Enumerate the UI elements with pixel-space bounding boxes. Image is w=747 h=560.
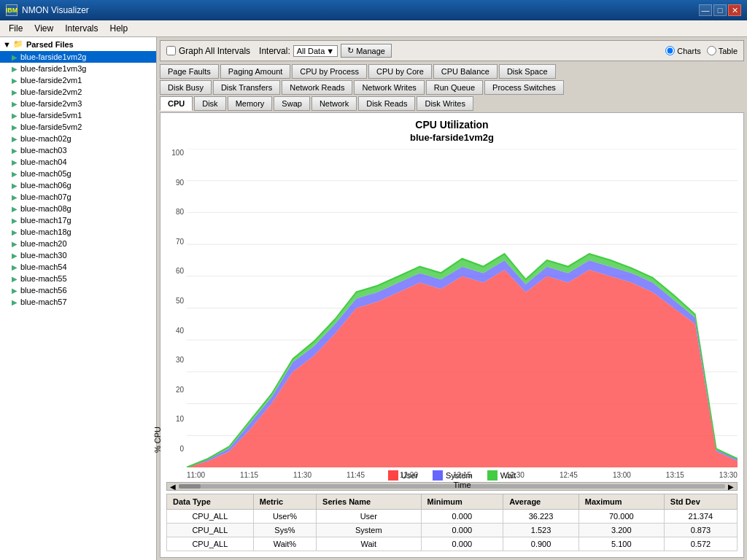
cell-minimum-2: 0.000 [421,537,503,551]
charts-radio-option[interactable]: Charts [665,46,700,55]
sidebar-item-blue-mach03[interactable]: ▶blue-mach03 [0,144,156,156]
sidebar-item-blue-mach07g[interactable]: ▶blue-mach07g [0,191,156,203]
tab-disk-transfers[interactable]: Disk Transfers [213,80,280,95]
tab-network-reads[interactable]: Network Reads [282,80,352,95]
sidebar-item-blue-mach57[interactable]: ▶blue-mach57 [0,296,156,308]
tab-paging-amount[interactable]: Paging Amount [220,64,291,79]
tab-disk-reads[interactable]: Disk Reads [358,96,415,111]
sidebar-item-blue-mach08g[interactable]: ▶blue-mach08g [0,203,156,214]
sidebar-item-blue-mach18g[interactable]: ▶blue-mach18g [0,226,156,238]
tab-disk-space[interactable]: Disk Space [499,64,556,79]
tab-process-switches[interactable]: Process Switches [484,80,564,95]
sidebar-item-blue-farside5vm1[interactable]: ▶blue-farside5vm1 [0,109,156,121]
x-axis-label: Time [187,481,738,489]
tab-disk-writes[interactable]: Disk Writes [417,96,473,111]
cell-series_name-0: User [317,510,421,524]
tab-row-3: CPUDiskMemorySwapNetworkDisk ReadsDisk W… [160,96,744,111]
tab-row-1: Page FaultsPaging AmountCPU by ProcessCP… [160,64,744,79]
sidebar-item-blue-mach04[interactable]: ▶blue-mach04 [0,156,156,168]
table-radio-option[interactable]: Table [707,46,738,55]
menu-help[interactable]: Help [104,22,134,35]
table-label: Table [719,47,738,55]
graph-all-group: Graph All Intervals [166,46,250,56]
graph-all-label: Graph All Intervals [179,46,250,56]
menu-view[interactable]: View [28,22,59,35]
table-radio[interactable] [707,46,716,55]
sidebar-item-blue-mach55[interactable]: ▶blue-mach55 [0,273,156,284]
sidebar-item-blue-mach05g[interactable]: ▶blue-mach05g [0,168,156,179]
sidebar-item-blue-mach30[interactable]: ▶blue-mach30 [0,249,156,261]
menu-file[interactable]: File [3,22,28,35]
chart-container: % CPU 1009080706050403020100 11:0011:151… [166,149,738,467]
interval-select[interactable]: All Data ▼ [293,45,338,57]
minimize-button[interactable]: — [699,4,712,16]
x-tick-12-45: 12:45 [560,471,578,479]
tab-swap[interactable]: Swap [274,96,310,111]
sidebar-item-blue-farside1vm3g[interactable]: ▶blue-farside1vm3g [0,63,156,74]
cell-std_dev-1: 0.873 [664,524,737,537]
tab-disk[interactable]: Disk [194,96,225,111]
content-area: Graph All Intervals Interval: All Data ▼… [157,37,747,560]
sidebar-item-blue-mach54[interactable]: ▶blue-mach54 [0,261,156,273]
sidebar-item-blue-farside2vm3[interactable]: ▶blue-farside2vm3 [0,98,156,109]
tab-cpu-by-process[interactable]: CPU by Process [292,64,367,79]
sidebar-item-blue-mach56[interactable]: ▶blue-mach56 [0,284,156,296]
x-tick-13-30: 13:30 [719,471,738,479]
x-tick-12-15: 12:15 [453,471,471,479]
charts-label: Charts [677,47,700,55]
tab-network[interactable]: Network [311,96,357,111]
tab-memory[interactable]: Memory [228,96,273,111]
sidebar-item-blue-farside2vm2[interactable]: ▶blue-farside2vm2 [0,86,156,98]
maximize-button[interactable]: □ [713,4,727,16]
y-tick-0: 0 [166,445,184,453]
chart-subtitle: blue-farside1vm2g [166,132,738,143]
col-maximum: Maximum [578,494,664,510]
tab-disk-busy[interactable]: Disk Busy [160,80,212,95]
sidebar-item-blue-mach06g[interactable]: ▶blue-mach06g [0,179,156,191]
sidebar-item-blue-farside5vm2[interactable]: ▶blue-farside5vm2 [0,121,156,133]
cell-average-0: 36.223 [503,510,579,524]
app-title: NMON Visualizer [22,5,699,15]
main-container: ▼ 📁 Parsed Files ▶blue-farside1vm2g▶blue… [0,37,747,560]
y-tick-10: 10 [166,415,184,423]
x-tick-12-30: 12:30 [506,471,525,479]
app-icon: IBM [6,4,18,16]
sidebar: ▼ 📁 Parsed Files ▶blue-farside1vm2g▶blue… [0,37,157,560]
interval-group: Interval: All Data ▼ ↻ Manage [259,44,392,58]
close-button[interactable]: ✕ [728,4,741,16]
menu-intervals[interactable]: Intervals [59,22,104,35]
cell-data_type-0: CPU_ALL [167,510,254,524]
x-tick-11-30: 11:30 [293,471,311,479]
cell-series_name-2: Wait [317,537,421,551]
sidebar-item-blue-mach20[interactable]: ▶blue-mach20 [0,238,156,249]
y-tick-20: 20 [166,386,184,394]
y-tick-90: 90 [166,179,184,187]
tab-page-faults[interactable]: Page Faults [160,64,219,79]
y-axis: 1009080706050403020100 [166,149,187,467]
sidebar-item-blue-farside2vm1[interactable]: ▶blue-farside2vm1 [0,74,156,86]
sidebar-item-blue-mach02g[interactable]: ▶blue-mach02g [0,133,156,144]
y-tick-80: 80 [166,208,184,216]
cell-average-2: 0.900 [503,537,579,551]
toolbar: Graph All Intervals Interval: All Data ▼… [160,40,744,61]
y-tick-70: 70 [166,238,184,246]
tab-network-writes[interactable]: Network Writes [354,80,424,95]
charts-radio[interactable] [665,46,675,55]
scrollbar-left[interactable]: ◀ [170,483,176,491]
cell-std_dev-2: 0.572 [664,537,737,551]
manage-button[interactable]: ↻ Manage [341,44,392,58]
chart-title: CPU Utilization [166,119,738,131]
sidebar-item-blue-farside1vm2g[interactable]: ▶blue-farside1vm2g [0,51,156,63]
y-axis-label: % CPU [153,427,162,453]
table-row-1: CPU_ALLSys%System0.0001.5233.2000.873 [167,524,738,537]
tab-run-queue[interactable]: Run Queue [426,80,483,95]
window-controls: — □ ✕ [699,4,741,16]
tab-cpu-by-core[interactable]: CPU by Core [368,64,432,79]
table-row-0: CPU_ALLUser%User0.00036.22370.00021.374 [167,510,738,524]
collapse-arrow[interactable]: ▼ [3,40,11,49]
tab-cpu[interactable]: CPU [160,96,193,111]
x-tick-13-15: 13:15 [666,471,684,479]
tab-cpu-balance[interactable]: CPU Balance [433,64,498,79]
sidebar-item-blue-mach17g[interactable]: ▶blue-mach17g [0,214,156,226]
graph-all-checkbox[interactable] [166,46,176,55]
